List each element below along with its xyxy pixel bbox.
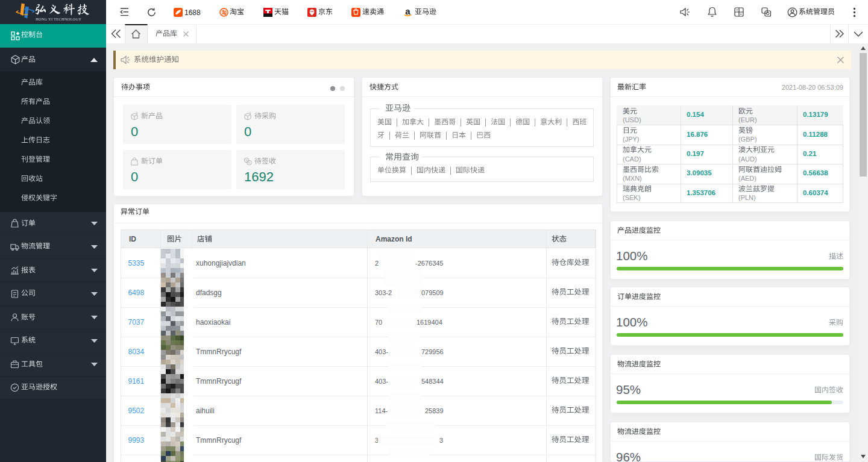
- svg-text:a: a: [405, 7, 410, 16]
